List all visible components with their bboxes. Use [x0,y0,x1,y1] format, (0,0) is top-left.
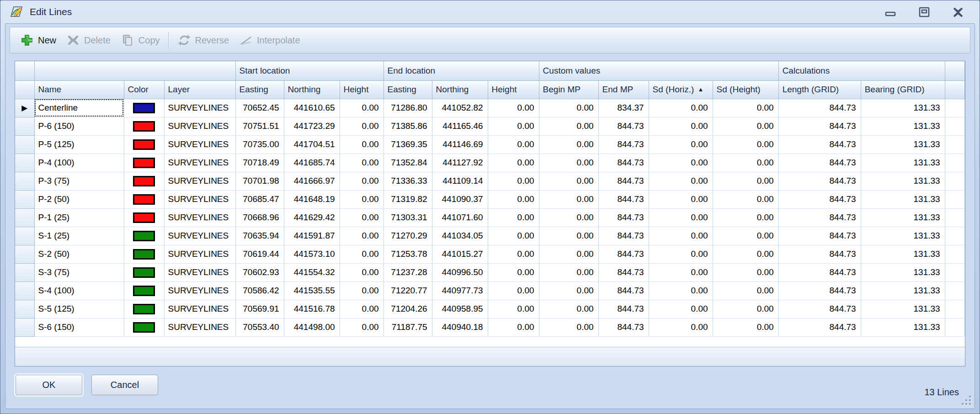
value-cell-northing[interactable]: 441109.14 [432,172,488,190]
name-cell[interactable]: P-4 (100) [34,154,124,172]
value-cell-sd-height[interactable]: 0.00 [713,318,778,336]
value-cell-height[interactable]: 0.00 [488,208,539,227]
value-cell-easting[interactable]: 71385.86 [383,117,432,135]
titlebar[interactable]: Edit Lines [0,0,980,23]
row-selector-cell[interactable] [15,190,34,208]
column-header-sd-height[interactable]: Sd (Height) [713,80,778,99]
new-button[interactable]: New [16,31,63,50]
value-cell-northing[interactable]: 441666.97 [284,172,340,190]
value-cell-easting[interactable]: 70652.45 [235,99,284,117]
value-cell-height[interactable]: 0.00 [340,263,383,281]
value-cell-begin-mp[interactable]: 0.00 [539,99,598,117]
row-selector-cell[interactable] [15,154,34,172]
column-header-layer[interactable]: Layer [164,80,235,99]
name-cell[interactable]: S-4 (100) [34,281,124,300]
value-cell-easting[interactable]: 70619.44 [235,245,284,263]
value-cell-easting[interactable]: 70735.00 [235,135,284,154]
row-selector-cell[interactable]: ▶ [15,99,34,117]
value-cell-easting[interactable]: 71220.77 [383,281,432,300]
copy-button[interactable]: Copy [117,31,166,50]
layer-cell[interactable]: SURVEYLINES [164,172,235,190]
value-cell-height[interactable]: 0.00 [488,227,539,245]
value-cell-northing[interactable]: 441165.46 [432,117,488,135]
value-cell-end-mp[interactable]: 844.73 [598,117,649,135]
color-cell[interactable] [124,154,164,172]
name-cell[interactable]: P-5 (125) [34,135,124,154]
layer-cell[interactable]: SURVEYLINES [164,227,235,245]
value-cell-northing[interactable]: 441535.55 [284,281,340,300]
resize-grip[interactable] [961,395,971,405]
row-selector-cell[interactable] [15,318,34,336]
value-cell-northing[interactable]: 441498.00 [284,318,340,336]
value-cell-sd-height[interactable]: 0.00 [713,227,778,245]
value-cell-sd-horiz[interactable]: 0.00 [649,300,713,318]
color-cell[interactable] [124,190,164,208]
value-cell-end-mp[interactable]: 844.73 [598,318,649,336]
value-cell-easting[interactable]: 70668.96 [235,208,284,227]
layer-cell[interactable]: SURVEYLINES [164,300,235,318]
value-cell-begin-mp[interactable]: 0.00 [539,208,598,227]
value-cell-bearing-grid[interactable]: 131.33 [861,190,945,208]
row-selector-cell[interactable] [15,227,34,245]
color-cell[interactable] [124,117,164,135]
value-cell-length-grid[interactable]: 844.73 [778,281,861,300]
value-cell-sd-height[interactable]: 0.00 [713,99,778,117]
column-header-name[interactable]: Name [34,80,124,99]
name-cell[interactable]: P-3 (75) [34,172,124,190]
value-cell-easting[interactable]: 70553.40 [235,318,284,336]
column-header-color[interactable]: Color [124,80,164,99]
value-cell-length-grid[interactable]: 844.73 [778,227,861,245]
value-cell-northing[interactable]: 440996.50 [432,263,488,281]
value-cell-begin-mp[interactable]: 0.00 [539,263,598,281]
value-cell-easting[interactable]: 71270.29 [383,227,432,245]
value-cell-height[interactable]: 0.00 [340,190,383,208]
layer-cell[interactable]: SURVEYLINES [164,117,235,135]
value-cell-sd-horiz[interactable]: 0.00 [649,172,713,190]
value-cell-sd-horiz[interactable]: 0.00 [649,154,713,172]
name-cell[interactable]: S-5 (125) [34,300,124,318]
delete-button[interactable]: Delete [63,31,117,50]
value-cell-sd-horiz[interactable]: 0.00 [649,227,713,245]
value-cell-easting[interactable]: 71204.26 [383,300,432,318]
interpolate-button[interactable]: Interpolate [235,31,307,50]
value-cell-northing[interactable]: 440977.73 [432,281,488,300]
column-header-height[interactable]: Height [340,80,383,99]
value-cell-height[interactable]: 0.00 [340,172,383,190]
column-header-height[interactable]: Height [488,80,539,99]
value-cell-begin-mp[interactable]: 0.00 [539,245,598,263]
value-cell-bearing-grid[interactable]: 131.33 [861,154,945,172]
color-cell[interactable] [124,300,164,318]
name-cell[interactable]: S-3 (75) [34,263,124,281]
name-cell[interactable]: S-2 (50) [34,245,124,263]
value-cell-length-grid[interactable]: 844.73 [778,154,861,172]
value-cell-northing[interactable]: 441685.74 [284,154,340,172]
value-cell-sd-horiz[interactable]: 0.00 [649,318,713,336]
value-cell-easting[interactable]: 70751.51 [235,117,284,135]
value-cell-height[interactable]: 0.00 [340,99,383,117]
column-header-northing[interactable]: Northing [432,80,488,99]
name-cell[interactable]: S-1 (25) [34,227,124,245]
value-cell-northing[interactable]: 441591.87 [284,227,340,245]
column-header-easting[interactable]: Easting [235,80,284,99]
layer-cell[interactable]: SURVEYLINES [164,99,235,117]
value-cell-height[interactable]: 0.00 [488,263,539,281]
column-header-easting[interactable]: Easting [383,80,432,99]
value-cell-bearing-grid[interactable]: 131.33 [861,300,945,318]
value-cell-northing[interactable]: 441723.29 [284,117,340,135]
name-cell[interactable]: P-1 (25) [34,208,124,227]
value-cell-sd-height[interactable]: 0.00 [713,154,778,172]
value-cell-northing[interactable]: 441015.27 [432,245,488,263]
value-cell-bearing-grid[interactable]: 131.33 [861,263,945,281]
value-cell-northing[interactable]: 440940.18 [432,318,488,336]
grid-empty-area[interactable] [15,337,965,347]
value-cell-northing[interactable]: 441516.78 [284,300,340,318]
color-cell[interactable] [124,208,164,227]
value-cell-easting[interactable]: 71286.80 [383,99,432,117]
value-cell-height[interactable]: 0.00 [340,154,383,172]
value-cell-bearing-grid[interactable]: 131.33 [861,172,945,190]
color-cell[interactable] [124,135,164,154]
value-cell-height[interactable]: 0.00 [340,227,383,245]
row-selector-cell[interactable] [15,172,34,190]
value-cell-height[interactable]: 0.00 [488,318,539,336]
value-cell-easting[interactable]: 70569.91 [235,300,284,318]
